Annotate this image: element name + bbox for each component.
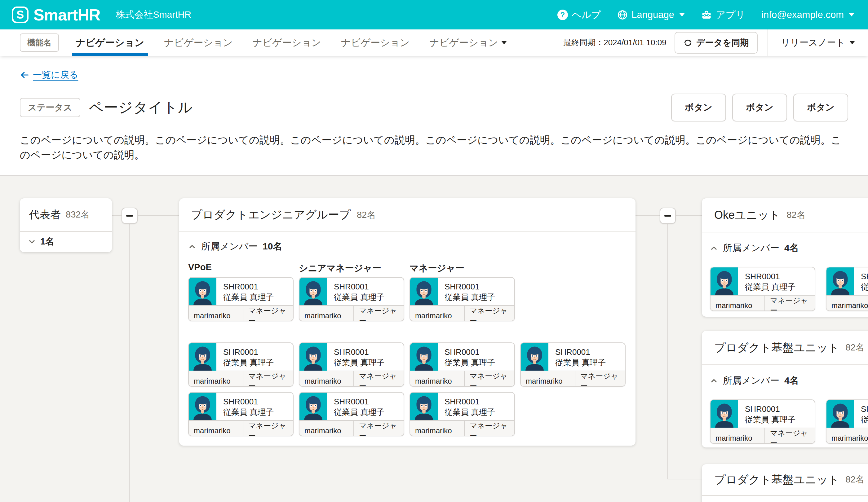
org-node-count: 832名 [66, 209, 90, 221]
employee-name: 従業員 真理子 [445, 292, 495, 302]
collapse-node-button[interactable] [660, 208, 676, 224]
page-action-button-2[interactable]: ボタン [732, 94, 787, 122]
employee-role: マネージャー [465, 421, 514, 436]
org-node-root[interactable]: 代表者 832名 1名 [20, 198, 112, 252]
employee-id: SHR0001 [334, 396, 384, 407]
collapse-node-button[interactable] [122, 208, 138, 224]
employee-card[interactable]: SHR0001 従業員 真理子 marimariko マネージャー [826, 399, 868, 444]
nav-tab-3[interactable]: ナビゲーション [249, 30, 325, 56]
chevron-down-icon [28, 238, 36, 246]
employee-card-top: SHR0001 従業員 真理子 [299, 343, 404, 370]
employee-card-top: SHR0001 従業員 真理子 [299, 278, 404, 305]
apps-menu[interactable]: アプリ [701, 8, 745, 21]
chevron-up-icon [188, 243, 196, 251]
employee-id: SHR0001 [223, 347, 274, 357]
help-menu[interactable]: ? ヘルプ [557, 8, 601, 21]
employee-card[interactable]: SHR0001 従業員 真理子 marimariko マネージャー [520, 342, 626, 387]
employee-card-top: SHR0001 従業員 真理子 [521, 343, 625, 370]
page-action-buttons: ボタン ボタン ボタン [671, 94, 848, 122]
employee-role: マネージャー [465, 371, 514, 387]
back-to-list-link[interactable]: 一覧に戻る [20, 69, 78, 81]
employee-card-top: SHR0001 従業員 真理子 [189, 278, 293, 305]
account-menu[interactable]: info@example.com [761, 9, 854, 20]
employee-card-footer: marimariko マネージャー [299, 420, 404, 436]
employee-avatar [826, 400, 854, 428]
employee-card[interactable]: SHR0001 従業員 真理子 marimariko マネージャー [299, 277, 404, 321]
nav-tab-4[interactable]: ナビゲーション [337, 30, 413, 56]
employee-card[interactable]: SHR0001 従業員 真理子 marimariko マネージャー [188, 392, 293, 436]
org-node-unit-2[interactable]: プロダクト基盤ユニット 82名 所属メンバー 4名 [702, 331, 868, 448]
language-menu[interactable]: Language [617, 9, 685, 20]
employee-text: SHR0001 従業員 真理子 [738, 400, 795, 428]
nav-tab-label: ナビゲーション [429, 36, 498, 49]
employee-card-top: SHR0001 従業員 真理子 [826, 400, 868, 428]
employee-text: SHR0001 従業員 真理子 [216, 278, 274, 305]
page-description: このページについての説明。このページについての説明。このページについての説明。こ… [20, 133, 848, 163]
members-toggle[interactable]: 所属メンバー 10名 [188, 240, 627, 253]
sync-data-button[interactable]: データを同期 [674, 32, 758, 54]
back-link-label: 一覧に戻る [33, 69, 78, 81]
employee-name: 従業員 真理子 [861, 282, 868, 292]
members-toggle[interactable]: 所属メンバー 4名 [710, 374, 868, 387]
employee-card[interactable]: SHR0001 従業員 真理子 marimariko マネージャー [710, 399, 815, 444]
release-notes-label: リリースノート [781, 36, 845, 49]
logo-letter: S [17, 8, 24, 21]
employee-name: 従業員 真理子 [223, 357, 274, 368]
org-node-unit-1[interactable]: Okeユニット 82名 所属メンバー 4名 [702, 198, 868, 317]
employee-card-top: SHR0001 従業員 真理子 [189, 343, 293, 370]
employee-card[interactable]: SHR0001 従業員 真理子 marimariko マネージャー [188, 342, 293, 387]
employee-card[interactable]: SHR0001 従業員 真理子 marimariko マネージャー [710, 267, 815, 311]
employee-card-footer: marimariko マネージャー [299, 305, 404, 321]
org-node-title: プロダクトエンジニアグループ [191, 207, 351, 222]
org-node-count: 82名 [846, 473, 865, 486]
employee-avatar [410, 278, 438, 305]
org-chart-canvas[interactable]: 代表者 832名 1名 プロダクトエンジニアグループ 82名 [0, 175, 868, 502]
employee-avatar [711, 400, 738, 428]
employee-role: マネージャー [243, 306, 293, 321]
org-node-title-row: プロダクト基盤ユニット 82名 [702, 331, 868, 365]
page-action-button-3[interactable]: ボタン [793, 94, 848, 122]
employee-avatar [189, 343, 216, 370]
page-header-section: 一覧に戻る ステータス ページタイトル ボタン ボタン ボタン このページについ… [0, 56, 868, 175]
employee-text: SHR0001 従業員 真理子 [327, 343, 384, 370]
chevron-up-icon [710, 377, 718, 385]
apps-label: アプリ [716, 8, 745, 21]
release-notes-menu[interactable]: リリースノート [768, 36, 868, 49]
members-toggle[interactable]: 所属メンバー 4名 [710, 242, 868, 254]
smarthr-logo[interactable]: S SmartHR [12, 6, 101, 24]
page-action-button-1[interactable]: ボタン [671, 94, 726, 122]
employee-avatar [299, 343, 327, 370]
employee-card[interactable]: SHR0001 従業員 真理子 marimariko マネージャー [410, 277, 515, 321]
org-node-count: 82名 [357, 209, 376, 221]
employee-username: marimariko [521, 371, 575, 387]
employee-username: marimariko [189, 371, 243, 387]
global-header: S SmartHR 株式会社SmartHR ? ヘルプ Language [0, 0, 868, 30]
employee-card[interactable]: SHR0001 従業員 真理子 marimariko マネージャー [188, 277, 293, 321]
employee-card[interactable]: SHR0001 従業員 真理子 marimariko マネージャー [299, 392, 404, 436]
nav-tab-1[interactable]: ナビゲーション [72, 30, 148, 56]
chevron-down-icon [849, 41, 855, 44]
nav-tab-2[interactable]: ナビゲーション [160, 30, 236, 56]
help-label: ヘルプ [572, 8, 601, 21]
members-grid-row: SHR0001 従業員 真理子 marimariko マネージャー [188, 392, 627, 436]
employee-card-footer: marimariko マネージャー [826, 428, 868, 444]
nav-tab-5[interactable]: ナビゲーション [426, 30, 510, 56]
employee-text: SHR0001 従業員 真理子 [327, 393, 384, 420]
account-email: info@example.com [761, 9, 844, 20]
language-label: Language [631, 9, 674, 20]
employee-card[interactable]: SHR0001 従業員 真理子 marimariko マネージャー [826, 267, 868, 311]
root-members-toggle[interactable]: 1名 [20, 232, 112, 252]
feature-name-badge: 機能名 [20, 33, 59, 52]
org-node-unit-3[interactable]: プロダクト基盤ユニット 82名 [702, 464, 868, 502]
employee-card[interactable]: SHR0001 従業員 真理子 marimariko マネージャー [410, 392, 515, 436]
employee-card-top: SHR0001 従業員 真理子 [299, 393, 404, 420]
org-node-group[interactable]: プロダクトエンジニアグループ 82名 所属メンバー 10名 VPoE [179, 198, 636, 446]
members-label: 所属メンバー [201, 240, 258, 253]
employee-card[interactable]: SHR0001 従業員 真理子 marimariko マネージャー [299, 342, 404, 387]
connector-line [668, 479, 702, 479]
org-node-count: 82名 [786, 209, 805, 221]
employee-text: SHR0001 従業員 真理子 [438, 278, 495, 305]
employee-card[interactable]: SHR0001 従業員 真理子 marimariko マネージャー [410, 342, 515, 387]
employee-card-footer: marimariko マネージャー [189, 370, 293, 387]
employee-role: マネージャー [354, 306, 404, 321]
